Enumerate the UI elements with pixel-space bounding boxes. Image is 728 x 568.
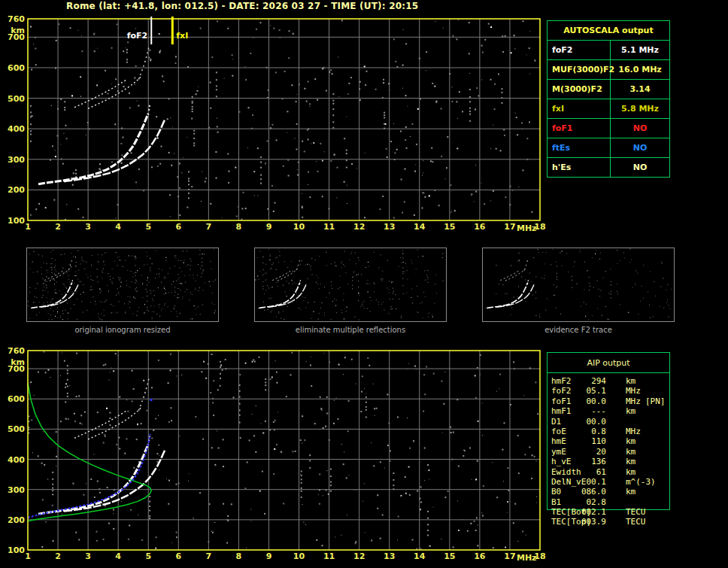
param-unit: MHz bbox=[626, 396, 641, 406]
param-unit: km bbox=[626, 457, 635, 466]
param-value: 136 bbox=[548, 457, 606, 466]
marker-label-fxI: fxI bbox=[176, 31, 188, 41]
thumbnail-original-plot bbox=[27, 248, 218, 321]
param-label: fxI bbox=[548, 99, 611, 118]
x-axis-tick-label: 7 bbox=[206, 551, 212, 561]
param-unit: km bbox=[626, 436, 635, 446]
param-value: 110 bbox=[548, 436, 606, 446]
param-label: foF1 bbox=[548, 119, 611, 138]
param-unit: TECU bbox=[626, 517, 646, 527]
param-unit: km bbox=[626, 376, 635, 386]
param-value: 00.0 bbox=[548, 396, 606, 406]
param-label: M(3000)F2 bbox=[548, 80, 611, 99]
x-axis-tick-label: 16 bbox=[474, 222, 486, 232]
param-value: 61 bbox=[548, 467, 606, 477]
y-axis-tick-label: 760 bbox=[8, 14, 25, 24]
x-axis-tick-label: 2 bbox=[55, 551, 61, 561]
param-label: foF2 bbox=[548, 41, 611, 59]
x-axis-tick-label: 17 bbox=[504, 551, 515, 561]
table-row: hmF2294km bbox=[548, 376, 669, 386]
y-axis-tick-label: 500 bbox=[8, 424, 25, 434]
table-row: ftEs NO bbox=[548, 138, 669, 158]
param-unit: km bbox=[626, 447, 635, 457]
y-axis-tick-label: 600 bbox=[8, 394, 25, 404]
y-axis-tick-label: 100 bbox=[8, 216, 25, 226]
x-axis-tick-label: 15 bbox=[444, 551, 455, 561]
thumbnail-f2-plot bbox=[483, 248, 674, 321]
table-row: h'Es NO bbox=[548, 158, 669, 177]
x-axis-tick-label: 10 bbox=[293, 222, 305, 232]
table-row: foF100.0MHz[PN] bbox=[548, 396, 669, 406]
param-unit: km bbox=[626, 406, 635, 416]
x-axis-tick-label: 6 bbox=[175, 551, 181, 561]
table-row: Ewidth61km bbox=[548, 467, 669, 477]
x-axis-tick-label: 2 bbox=[55, 222, 61, 232]
table-row: DelN_vE00.1m^(-3) bbox=[548, 477, 669, 487]
table-row: B0086.0km bbox=[548, 487, 669, 497]
param-label: ftEs bbox=[548, 138, 611, 157]
x-axis-tick-label: 8 bbox=[236, 551, 242, 561]
param-value: 00.0 bbox=[548, 417, 606, 427]
param-label: MUF(3000)F2 bbox=[548, 60, 611, 79]
param-value: 02.8 bbox=[548, 497, 606, 507]
autoscala-output-table: AUTOSCALA output foF2 5.1 MHz MUF(3000)F… bbox=[547, 20, 670, 178]
y-axis-tick-label: 300 bbox=[8, 155, 25, 165]
thumbnail-f2-trace bbox=[482, 248, 675, 322]
y-axis-tick-label: 200 bbox=[8, 515, 25, 525]
y-axis-tick-label: 400 bbox=[8, 455, 25, 465]
x-axis-tick-label: 3 bbox=[85, 551, 91, 561]
param-value: 16.0 MHz bbox=[611, 60, 669, 79]
ionogram-plot-main: foF2fxI123456789101112131415161718MHz760… bbox=[0, 12, 549, 245]
param-unit: TECU bbox=[626, 507, 646, 517]
thumbnail-eliminate-plot bbox=[255, 248, 446, 321]
ionogram-plot-profile: 123456789101112131415161718MHz7607006005… bbox=[0, 345, 549, 568]
x-axis-tick-label: 1 bbox=[25, 222, 31, 232]
x-axis-tick-label: 13 bbox=[384, 551, 395, 561]
x-axis-tick-label: 3 bbox=[85, 222, 91, 232]
table-row: TEC[Top]003.9TECU bbox=[548, 517, 669, 527]
y-axis-tick-label: 300 bbox=[8, 485, 25, 495]
param-value: 3.14 bbox=[611, 80, 669, 99]
aip-output-table: AIP output hmF2294km foF205.1MHz foF100.… bbox=[547, 352, 670, 510]
y-axis-unit-label: km bbox=[11, 357, 25, 367]
param-unit: km bbox=[626, 487, 635, 497]
table-row: foF2 5.1 MHz bbox=[548, 41, 669, 60]
x-axis-tick-label: 1 bbox=[25, 551, 31, 561]
x-axis-tick-label: 5 bbox=[145, 551, 151, 561]
aip-table-title: AIP output bbox=[548, 353, 669, 373]
param-value: 086.0 bbox=[548, 487, 606, 497]
y-axis-tick-label: 100 bbox=[8, 545, 25, 555]
param-value: 294 bbox=[548, 376, 606, 386]
thumbnail-eliminate-reflections bbox=[254, 248, 447, 322]
thumbnail-original-ionogram bbox=[26, 248, 219, 322]
table-row: hmE110km bbox=[548, 436, 669, 446]
x-axis-tick-label: 14 bbox=[414, 551, 426, 561]
x-axis-tick-label: 7 bbox=[206, 222, 212, 232]
thumbnail-caption-eliminate: eliminate multiple reflections bbox=[254, 326, 447, 334]
table-row: TEC[Bot]002.1TECU bbox=[548, 507, 669, 517]
param-value: NO bbox=[611, 138, 669, 157]
y-axis-tick-label: 600 bbox=[8, 63, 25, 73]
table-row: B102.8 bbox=[548, 497, 669, 507]
x-axis-tick-label: 13 bbox=[384, 222, 395, 232]
x-axis-tick-label: 9 bbox=[266, 222, 272, 232]
table-row: MUF(3000)F2 16.0 MHz bbox=[548, 60, 669, 80]
param-value: 00.1 bbox=[548, 477, 606, 487]
x-axis-tick-label: 6 bbox=[175, 222, 181, 232]
x-axis-tick-label: 4 bbox=[115, 551, 121, 561]
y-axis-tick-label: 400 bbox=[8, 124, 25, 134]
x-axis-tick-label: 11 bbox=[323, 222, 335, 232]
thumbnail-caption-evidence: evidence F2 trace bbox=[482, 326, 675, 334]
x-axis-tick-label: 4 bbox=[115, 222, 121, 232]
param-value: 0.8 bbox=[548, 427, 606, 436]
param-note: [PN] bbox=[645, 396, 666, 406]
y-axis-unit-label: km bbox=[11, 26, 25, 35]
y-axis-tick-label: 500 bbox=[8, 94, 25, 104]
table-row: M(3000)F2 3.14 bbox=[548, 80, 669, 99]
window-title: Rome (lat: +41.8, lon: 012.5) - DATE: 20… bbox=[66, 1, 418, 11]
table-row: foF1 NO bbox=[548, 119, 669, 138]
x-axis-tick-label: 8 bbox=[236, 222, 242, 232]
y-axis-tick-label: 200 bbox=[8, 185, 25, 195]
param-value: 5.8 MHz bbox=[611, 99, 669, 118]
table-row: h_vE136km bbox=[548, 457, 669, 466]
